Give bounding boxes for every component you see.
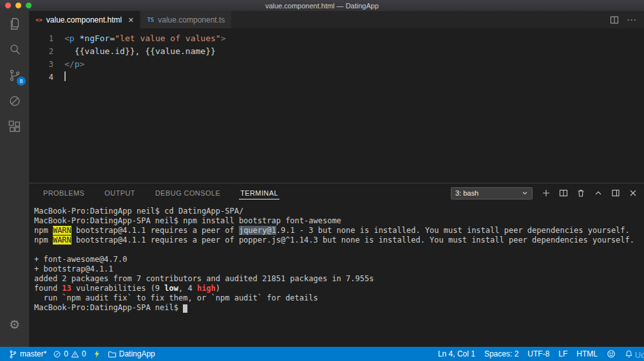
editor-tab-bar: value.component.html value.component.ts — [29, 11, 644, 28]
window-title: value.component.html — DatingApp — [265, 2, 379, 10]
manage-button[interactable] — [0, 312, 29, 338]
error-count: 0 — [64, 349, 68, 358]
tab-value-component-ts[interactable]: value.component.ts — [140, 11, 232, 28]
npm-warn-badge: WARN — [53, 226, 71, 235]
close-panel-icon[interactable] — [629, 189, 638, 198]
panel-tab-problems[interactable]: PROBLEMS — [42, 187, 86, 199]
zoom-window-button[interactable] — [26, 3, 32, 8]
panel-tabs: PROBLEMSOUTPUTDEBUG CONSOLETERMINAL — [42, 187, 297, 199]
notifications-button[interactable] — [620, 347, 638, 361]
text-cursor — [64, 71, 66, 81]
tab-value-component-html[interactable]: value.component.html — [29, 11, 140, 28]
eol-indicator[interactable]: LF — [554, 347, 572, 361]
language-mode-indicator[interactable]: HTML — [572, 347, 602, 361]
line-number: 1 — [29, 32, 53, 45]
terminal-line: MacBook-Pro:DatingApp neil$ cd DatingApp… — [34, 207, 639, 216]
html-file-icon — [35, 17, 43, 23]
activity-bar: 8 — [0, 11, 29, 347]
line-number: 2 — [29, 45, 53, 58]
warning-icon — [71, 350, 79, 358]
code-line[interactable]: 3</p> — [29, 58, 644, 71]
window-controls — [5, 3, 32, 8]
error-icon — [53, 350, 61, 358]
feedback-button[interactable] — [602, 347, 620, 361]
search-icon — [8, 42, 22, 57]
terminal-line: MacBook-Pro:DatingApp-SPA neil$ npm inst… — [34, 216, 639, 226]
extension-status-indicator[interactable] — [90, 347, 104, 361]
sidebar-item-search[interactable] — [0, 37, 29, 62]
sidebar-item-explorer[interactable] — [0, 11, 29, 37]
terminal-line: run `npm audit fix` to fix them, or `npm… — [34, 293, 639, 303]
indentation-indicator[interactable]: Spaces: 2 — [480, 347, 523, 361]
code-text: <p *ngFor="let value of values"> — [53, 32, 225, 45]
terminal-select-value: 3: bash — [455, 189, 478, 197]
terminal-select[interactable]: 3: bash — [451, 187, 533, 199]
git-branch-icon — [8, 349, 17, 359]
close-tab-icon[interactable] — [128, 15, 133, 24]
code-line[interactable]: 4 — [29, 71, 644, 84]
editor-actions — [610, 11, 644, 28]
tab-label: value.component.html — [46, 15, 122, 24]
bottom-panel: PROBLEMSOUTPUTDEBUG CONSOLETERMINAL 3: b… — [29, 183, 644, 347]
project-indicator[interactable]: DatingApp — [104, 347, 158, 361]
panel-header: PROBLEMSOUTPUTDEBUG CONSOLETERMINAL 3: b… — [29, 183, 644, 203]
terminal-output[interactable]: MacBook-Pro:DatingApp neil$ cd DatingApp… — [29, 203, 644, 347]
terminal-cursor — [183, 304, 187, 313]
title-bar: value.component.html — DatingApp — [0, 0, 644, 11]
panel-tab-debug-console[interactable]: DEBUG CONSOLE — [154, 187, 222, 199]
gear-icon — [9, 319, 20, 331]
close-window-button[interactable] — [5, 3, 11, 8]
minimize-window-button[interactable] — [15, 3, 21, 8]
vscode-window: value.component.html — DatingApp 8 — [0, 0, 644, 361]
panel-tab-terminal[interactable]: TERMINAL — [239, 187, 279, 199]
terminal-line: found 13 vulnerabilities (9 low, 4 high) — [34, 284, 639, 293]
terminal-line — [34, 245, 639, 255]
code-line[interactable]: 1<p *ngFor="let value of values"> — [29, 32, 644, 45]
ts-file-icon — [147, 17, 154, 23]
panel-tab-output[interactable]: OUTPUT — [103, 187, 137, 199]
split-editor-icon[interactable] — [610, 15, 619, 24]
move-panel-icon[interactable] — [611, 189, 620, 198]
code-text — [53, 71, 66, 84]
sidebar-item-extensions[interactable] — [0, 114, 29, 140]
status-bar: master* 0 0 DatingApp Ln 4, Col 1 Spaces… — [0, 347, 644, 361]
line-number: 4 — [29, 71, 53, 84]
terminal-line: + font-awesome@4.7.0 — [34, 255, 639, 264]
lightning-icon — [93, 349, 101, 358]
tab-label: value.component.ts — [158, 15, 225, 24]
line-number: 3 — [29, 58, 53, 71]
problems-indicator[interactable]: 0 0 — [50, 347, 89, 361]
chevron-down-icon — [522, 190, 528, 196]
selected-text: jquery@1 — [239, 226, 276, 235]
extensions-icon — [8, 120, 22, 134]
sidebar-item-source-control[interactable]: 8 — [0, 62, 29, 88]
encoding-indicator[interactable]: UTF-8 — [523, 347, 554, 361]
branch-name: master* — [20, 349, 46, 358]
source-control-badge: 8 — [17, 77, 26, 86]
panel-actions — [542, 189, 638, 198]
maximize-panel-icon[interactable] — [594, 189, 603, 198]
terminal-line: MacBook-Pro:DatingApp-SPA neil$ — [34, 303, 639, 313]
npm-warn-badge: WARN — [53, 236, 71, 245]
terminal-line: npm WARN bootstrap@4.1.1 requires a peer… — [34, 236, 639, 245]
split-terminal-icon[interactable] — [559, 189, 568, 198]
code-line[interactable]: 2 {{value.id}}, {{value.name}} — [29, 45, 644, 58]
project-name: DatingApp — [119, 349, 155, 358]
code-editor[interactable]: 1<p *ngFor="let value of values">2 {{val… — [29, 28, 644, 183]
sidebar-item-debug[interactable] — [0, 88, 29, 114]
terminal-line: + bootstrap@4.1.1 — [34, 264, 639, 274]
bell-icon — [625, 349, 633, 358]
kill-terminal-icon[interactable] — [576, 189, 585, 198]
smiley-icon — [607, 349, 616, 358]
cursor-position-indicator[interactable]: Ln 4, Col 1 — [433, 347, 480, 361]
more-actions-icon[interactable] — [627, 14, 636, 26]
new-terminal-icon[interactable] — [542, 189, 551, 198]
warning-count: 0 — [82, 349, 86, 358]
files-icon — [8, 17, 22, 31]
folder-icon — [108, 350, 117, 358]
editor-lines: 1<p *ngFor="let value of values">2 {{val… — [29, 32, 644, 84]
git-branch-indicator[interactable]: master* — [5, 347, 50, 361]
debug-icon — [8, 94, 22, 108]
terminal-line: npm WARN bootstrap@4.1.1 requires a peer… — [34, 226, 639, 236]
terminal-line: added 2 packages from 7 contributors and… — [34, 274, 639, 284]
